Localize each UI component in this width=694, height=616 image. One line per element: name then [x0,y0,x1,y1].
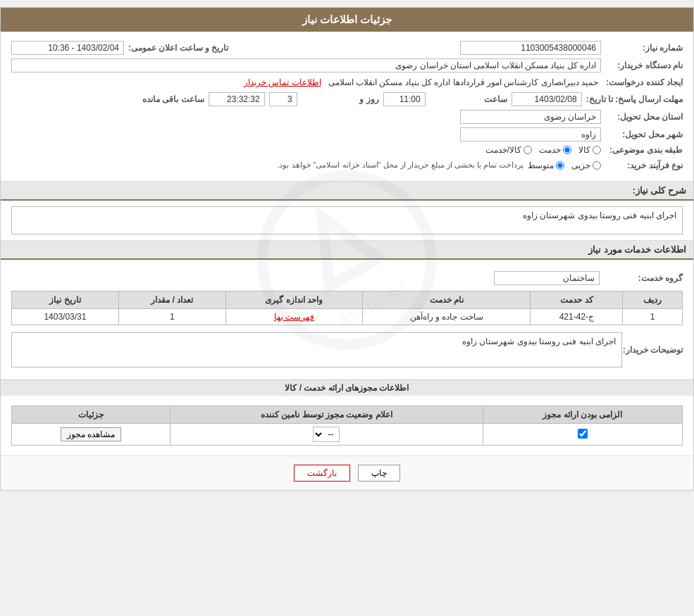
province-label: استان محل تحویل: [605,112,683,122]
deadline-label: مهلت ارسال پاسخ: تا تاریخ: [586,94,683,104]
services-table-header: ردیف کد حدمت نام خدمت واحد اندازه گیری ت… [12,291,683,309]
service-quantity: 1 [118,309,225,325]
procurement-notice: پرداخت تمام یا بخشی از مبلغ خریدار از مح… [277,158,523,172]
permission-status-select[interactable]: -- [313,427,340,442]
deadline-time-label: ساعت [430,94,507,104]
service-group-row: گروه خدمت: ساختمان [11,271,683,285]
procurement-radio-motavasset[interactable] [556,161,564,170]
top-info-section: شماره نیاز: 1103005438000046 تاریخ و ساع… [1,32,693,182]
city-value: زاوه [460,127,601,142]
procurement-radio-group: جزیی متوسط [528,161,601,170]
deadline-remaining: 23:32:32 [209,92,265,106]
service-group-label: گروه خدمت: [605,273,683,283]
announcement-value: 1403/02/04 - 10:36 [11,41,124,55]
col-required: الزامی بودن ارائه مجوز [483,406,682,424]
deadline-days-label: روز و [302,94,379,104]
category-label-kala-khedmat: کالا/خدمت [485,145,521,155]
table-row: -- مشاهده مجوز [12,424,683,446]
permission-required-cell [483,424,682,446]
service-group-value: ساختمان [494,271,600,285]
col-name: نام خدمت [363,291,531,309]
category-option-kala[interactable]: کالا [578,145,601,155]
permissions-section: اطلاعات مجوزهای ارائه خدمت / کالا الزامی… [1,379,693,455]
category-option-kala-khedmat[interactable]: کالا/خدمت [485,145,532,155]
procurement-label: نوع فرآیند خرید: [605,161,683,170]
creator-label: ایجاد کننده درخواست: [605,77,683,87]
category-radio-kala[interactable] [593,146,601,154]
org-name-label: نام دستگاه خریدار: [605,61,683,70]
need-description-title: شرح کلی نیاز: [1,182,693,201]
buyer-notes-row: توضیحات خریدار: اجرای ابنیه فنی روستا بی… [11,329,683,370]
services-title: اطلاعات خدمات مورد نیاز [1,241,693,260]
city-row: شهر محل تحویل: زاوه [11,127,683,142]
permission-details-cell[interactable]: مشاهده مجوز [12,424,171,446]
category-label-khedmat: خدمت [539,145,561,155]
procurement-row: نوع فرآیند خرید: جزیی متوسط پرداخت تمام … [11,158,683,172]
procurement-radio-jozi[interactable] [593,161,601,170]
buyer-notes-label: توضیحات خریدار: [626,345,683,355]
service-date: 1403/03/31 [12,309,119,325]
col-details: جزئیات [12,406,171,424]
deadline-row: مهلت ارسال پاسخ: تا تاریخ: 1403/02/08 سا… [11,92,683,106]
col-unit: واحد اندازه گیری [225,291,362,309]
procurement-label-jozi: جزیی [571,161,590,170]
permissions-table-header: الزامی بودن ارائه مجوز اعلام وضعیت مجوز … [12,406,683,424]
deadline-remaining-label: ساعت باقی مانده [127,94,204,104]
permissions-table: الزامی بودن ارائه مجوز اعلام وضعیت مجوز … [11,406,683,446]
deadline-date: 1403/02/08 [512,92,582,106]
category-radio-kala-khedmat[interactable] [523,146,532,154]
announcement-row: شماره نیاز: 1103005438000046 تاریخ و ساع… [11,41,683,55]
col-code: کد حدمت [531,291,623,309]
need-number-value: 1103005438000046 [460,41,601,55]
province-row: استان محل تحویل: خراسان رضوی [11,110,683,124]
procurement-option-motavasset[interactable]: متوسط [528,161,564,170]
category-option-khedmat[interactable]: خدمت [539,145,571,155]
buyer-notes-box: اجرای ابنیه فنی روستا بیدوی شهرستان زاوه [11,332,622,367]
creator-contact-link[interactable]: اطلاعات تماس خریدار [244,77,321,87]
need-description-section: شرح کلی نیاز: اجرای ابنیه فنی روستا بیدو… [1,182,693,241]
services-section: اطلاعات خدمات مورد نیاز گروه خدمت: ساختم… [1,241,693,379]
service-row-num: 1 [623,309,683,325]
need-number-label: شماره نیاز: [605,43,683,53]
service-code: ج-42-421 [531,309,623,325]
permission-required-checkbox[interactable] [578,429,588,439]
services-table: ردیف کد حدمت نام خدمت واحد اندازه گیری ت… [11,291,683,325]
deadline-days: 3 [269,92,297,106]
deadline-time: 11:00 [383,92,426,106]
need-description-box: اجرای ابنیه فنی روستا بیدوی شهرستان زاوه [11,206,683,234]
back-button[interactable]: بازگشت [294,465,350,482]
category-radio-khedmat[interactable] [563,146,571,154]
footer-buttons: چاپ بازگشت [1,455,693,490]
category-row: طبقه بندی موضوعی: کالا خدمت کالا/خدمت [11,145,683,155]
service-unit[interactable]: فهرست بها [225,309,362,325]
col-quantity: تعداد / مقدار [118,291,225,309]
view-permission-button[interactable]: مشاهده مجوز [61,427,121,441]
print-button[interactable]: چاپ [358,465,400,482]
need-description-content: اجرای ابنیه فنی روستا بیدوی شهرستان زاوه [1,201,693,241]
category-label-kala: کالا [578,145,590,155]
city-label: شهر محل تحویل: [605,130,683,139]
table-row: 1 ج-42-421 ساخت جاده و راه‌آهن فهرست بها… [12,309,683,325]
category-label: طبقه بندی موضوعی: [605,145,683,155]
page-title: جزئیات اطلاعات نیاز [1,8,693,32]
service-unit-link[interactable]: فهرست بها [274,312,314,322]
org-name-row: نام دستگاه خریدار: اداره کل بنیاد مسکن ا… [11,58,683,73]
service-name: ساخت جاده و راه‌آهن [363,309,531,325]
col-status: اعلام وضعیت مجوز توسط نامین کننده [171,406,483,424]
permission-status-cell[interactable]: -- [171,424,483,446]
announcement-label: تاریخ و ساعت اعلان عمومی: [128,43,228,53]
procurement-option-jozi[interactable]: جزیی [571,161,601,170]
creator-name: حمید دبیرانصاری کارشناس امور قراردادها ا… [326,76,601,89]
category-radio-group: کالا خدمت کالا/خدمت [485,145,601,155]
col-date: تاریخ نیاز [12,291,119,309]
procurement-label-motavasset: متوسط [528,161,554,170]
province-value: خراسان رضوی [460,110,601,124]
org-name-value: اداره کل بنیاد مسکن انقلاب اسلامی استان … [11,58,601,73]
col-row: ردیف [623,291,683,309]
permissions-title: اطلاعات مجوزهای ارائه خدمت / کالا [1,379,693,396]
creator-row: ایجاد کننده درخواست: حمید دبیرانصاری کار… [11,76,683,89]
